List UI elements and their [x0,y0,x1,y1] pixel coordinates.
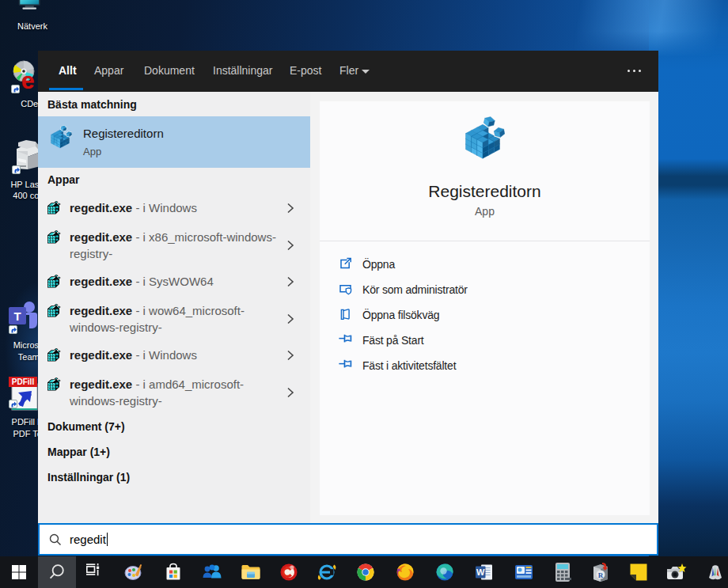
svg-text:W: W [476,567,485,577]
svg-text:T: T [13,309,21,323]
svg-text:PDFill: PDFill [12,377,35,386]
svg-text:R: R [598,571,604,579]
